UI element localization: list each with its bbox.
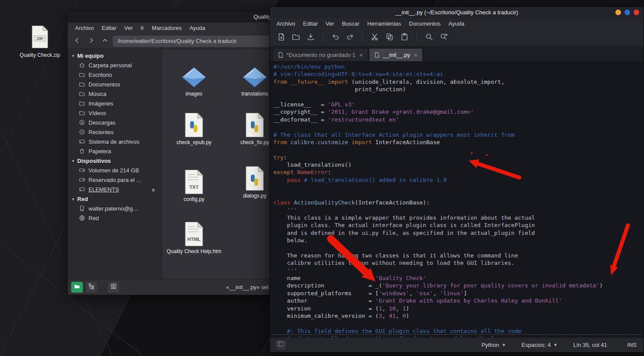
editor-menu-ayuda[interactable]: Ayuda — [444, 18, 468, 29]
sidebar-item-recientes[interactable]: Recientes — [68, 127, 161, 137]
code-token: ''' — [273, 267, 297, 274]
editor-menu-editar[interactable]: Editar — [299, 18, 322, 29]
fm-menu-marcadores[interactable]: Marcadores — [148, 23, 186, 33]
sidebar-section-mi-equipo[interactable]: ▾Mi equipo — [68, 51, 161, 60]
code-token: 'windows' — [379, 290, 409, 297]
fm-menu-ayuda[interactable]: Ayuda — [185, 23, 209, 33]
sidebar-item-musica[interactable]: Música — [68, 89, 161, 99]
code-line: try: — [273, 154, 644, 161]
doc-open-icon — [292, 33, 300, 43]
sidebar-item-walter-paterno-g[interactable]: walter.paterno@g... — [68, 204, 161, 213]
cursor-position: Lín 35, col 41 — [573, 342, 607, 348]
nav-forward-icon — [88, 37, 95, 46]
expander-triangle-icon[interactable]: ▾ — [72, 197, 74, 201]
sidebar-item-descargas[interactable]: Descargas — [68, 118, 161, 127]
sidebar-item-videos[interactable]: Vídeos — [68, 108, 161, 118]
sidebar-item-red[interactable]: Red — [68, 213, 161, 223]
forward-button[interactable] — [85, 36, 97, 47]
up-button[interactable] — [99, 36, 111, 47]
code-token: NameError — [297, 169, 328, 175]
sidebar-item-documentos[interactable]: Documentos — [68, 79, 161, 89]
eject-button[interactable] — [151, 187, 156, 192]
sidebar-item-imagenes[interactable]: Imágenes — [68, 99, 161, 108]
tree-view-button[interactable] — [85, 282, 97, 293]
file-item-config-py[interactable]: TXTconfig.py — [165, 167, 223, 202]
tab-close-icon[interactable]: × — [414, 52, 417, 59]
desktop: ZIP Quality Check.zip Quality Check a tr… — [0, 0, 644, 356]
nav-back-icon — [74, 37, 81, 46]
sidebar-item-label: Carpeta personal — [89, 62, 132, 69]
code-token: '2011, Grant Drake <grant.drake@gmail.co… — [328, 109, 474, 115]
file-item-check-epub-py[interactable]: check_epub.py — [165, 110, 223, 145]
doc-new-button[interactable] — [274, 31, 288, 44]
file-item-images[interactable]: images — [165, 61, 223, 97]
side-panel-toggle-button[interactable] — [276, 341, 286, 349]
editor-menu-documentos[interactable]: Documentos — [405, 18, 444, 29]
language-selector[interactable]: Python ▼ — [481, 342, 506, 348]
back-button[interactable] — [71, 36, 83, 47]
code-line — [273, 146, 644, 153]
doc-save-button[interactable] — [304, 31, 318, 44]
fm-menu-ver[interactable]: Ver — [120, 23, 137, 33]
history-view-button[interactable] — [108, 282, 119, 293]
editor-tab-documento-no-guardado-1[interactable]: *Documento no guardado 1× — [273, 48, 368, 61]
sidebar-item-reservado-para-el[interactable]: Reservado para el ... — [68, 175, 161, 185]
toolbar-separator — [417, 33, 417, 43]
search-icon — [425, 33, 434, 43]
code-line: minimum_calibre_version = (3, 41, 0) — [273, 312, 644, 320]
doc-open-button[interactable] — [289, 31, 303, 44]
copy-button[interactable] — [383, 31, 397, 44]
code-token: , — [382, 305, 389, 312]
search-button[interactable] — [422, 31, 436, 44]
sidebar-item-papelera[interactable]: Papelera — [68, 146, 161, 156]
fm-menu-archivo[interactable]: Archivo — [71, 23, 98, 33]
sidebar-item-label: Vídeos — [89, 110, 106, 116]
sidebar-item-carpeta-personal[interactable]: Carpeta personal — [68, 60, 161, 70]
home-icon — [79, 62, 85, 68]
sidebar-item-volumen-de-214-gb[interactable]: Volumen de 214 GB — [68, 165, 161, 175]
code-editor-area[interactable]: #!/usr/bin/env python# vim:fileencoding=… — [270, 62, 644, 337]
code-token: 'Quality Check' — [375, 275, 426, 281]
tab-close-icon[interactable]: × — [359, 52, 363, 59]
code-line: ''' — [273, 267, 644, 274]
minimize-button[interactable] — [615, 10, 621, 15]
code-token: ) — [406, 305, 409, 312]
maximize-button[interactable] — [624, 10, 630, 15]
editor-window-title: __init__.py (~/Escritorio/Quality Check … — [395, 9, 518, 16]
expander-triangle-icon[interactable]: ▾ — [72, 158, 74, 163]
sidebar-item-elements[interactable]: ELEMENTS — [68, 185, 161, 194]
editor-menu-herramientas[interactable]: Herramientas — [363, 18, 405, 29]
desktop-icon-quality-check-zip[interactable]: ZIP Quality Check.zip — [15, 25, 65, 58]
editor-menu-ver[interactable]: Ver — [322, 18, 338, 29]
tab-label: __init__.py — [383, 52, 410, 58]
search-replace-button[interactable] — [437, 31, 451, 44]
places-view-button[interactable] — [71, 282, 83, 293]
code-token: 'GPL v3' — [328, 101, 355, 108]
chevron-down-icon: ▼ — [553, 343, 558, 347]
sidebar-item-escritorio[interactable]: Escritorio — [68, 70, 161, 79]
fm-menu-editar[interactable]: Editar — [98, 23, 120, 33]
editor-menu-archivo[interactable]: Archivo — [273, 18, 299, 29]
expander-triangle-icon[interactable]: ▾ — [72, 53, 74, 58]
file-item-quality-check-help-htm[interactable]: HTMLQuality Check Help.htm — [165, 219, 223, 254]
editor-tab-init-py[interactable]: __init__.py× — [369, 48, 423, 61]
sidebar-item-label: Escritorio — [89, 72, 112, 78]
paste-button[interactable] — [398, 31, 411, 44]
redo-button[interactable] — [343, 31, 357, 44]
sidebar-item-label: Reservado para el ... — [89, 177, 141, 183]
editor-toolbar — [270, 29, 644, 46]
editor-menu-buscar[interactable]: Buscar — [338, 18, 363, 29]
code-token: from — [273, 139, 290, 145]
sidebar-section-red[interactable]: ▾Red — [68, 194, 161, 204]
sidebar-section-dispositivos[interactable]: ▾Dispositivos — [68, 156, 161, 165]
editor-titlebar[interactable]: __init__.py (~/Escritorio/Quality Check … — [270, 7, 644, 18]
disk-icon — [79, 138, 85, 145]
tab-width-selector[interactable]: Espacios: 4 ▼ — [522, 342, 558, 348]
sidebar-section-label: Red — [77, 196, 88, 202]
cut-button[interactable] — [368, 31, 382, 44]
code-line: #!/usr/bin/env python — [273, 63, 644, 70]
fm-menu-ir[interactable]: Ir — [137, 23, 148, 33]
sidebar-item-sistema-de-archivos[interactable]: Sistema de archivos — [68, 137, 161, 146]
close-button[interactable] — [634, 10, 639, 15]
undo-button[interactable] — [329, 31, 342, 44]
